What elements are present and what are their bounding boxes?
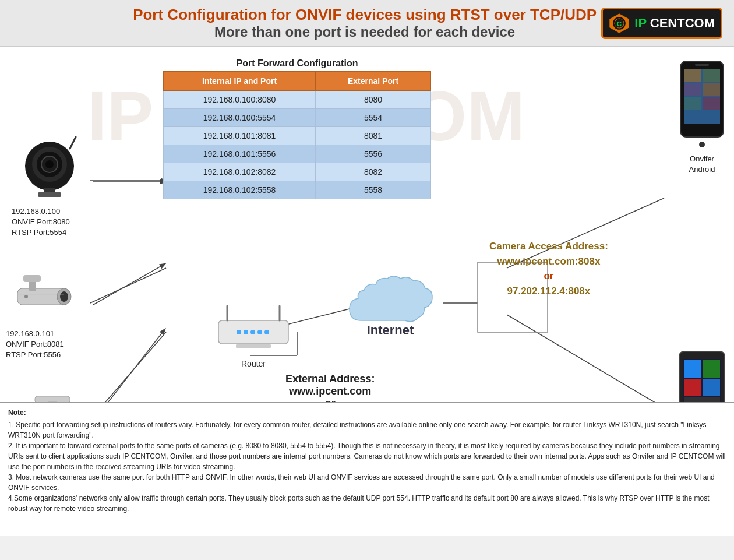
svg-line-22: [70, 137, 76, 149]
cell-external: 8081: [316, 127, 431, 145]
logo-icon: C: [609, 13, 630, 34]
svg-point-46: [264, 330, 269, 334]
cam2-rtsp: RTSP Port:5556: [6, 350, 61, 359]
logo-text: IP CENTCOM: [634, 16, 715, 31]
cam-access-line2: 97.202.112.4:808x: [489, 284, 608, 299]
note-item-2: 2. It is important to forward external p…: [8, 441, 726, 472]
table-body: 192.168.0.100:80808080192.168.0.100:5554…: [164, 91, 431, 199]
svg-text:C: C: [617, 19, 622, 27]
main-content: IP CENTCOM: [0, 47, 734, 536]
android-phone-image: [676, 58, 728, 152]
svg-rect-61: [703, 360, 720, 378]
col-external: External Port: [316, 72, 431, 91]
cam1-rtsp: RTSP Port:5554: [12, 228, 66, 237]
internet-block: Internet: [338, 268, 443, 338]
cell-external: 5554: [316, 109, 431, 127]
cam2-onvif: ONVIF Port:8081: [6, 340, 64, 348]
cam-access-line1: www.ipcent.com:808x: [489, 254, 608, 269]
camera-2-label: 192.168.0.101 ONVIF Port:8081 RTSP Port:…: [6, 329, 93, 361]
svg-point-31: [24, 295, 28, 298]
camera-2-block: 192.168.0.101 ONVIF Port:8081 RTSP Port:…: [6, 262, 93, 361]
cell-external: 5556: [316, 145, 431, 163]
notes-items: 1. Specific port forwarding setup instru…: [8, 420, 726, 514]
svg-point-44: [250, 330, 255, 334]
svg-point-56: [699, 142, 705, 147]
table-row: 192.168.0.100:55545554: [164, 109, 431, 127]
cell-internal: 192.168.0.101:5556: [164, 145, 316, 163]
camera-1-label: 192.168.0.100 ONVIF Port:8080 RTSP Port:…: [12, 206, 87, 238]
cell-external: 8082: [316, 163, 431, 181]
svg-line-15: [93, 264, 165, 305]
table-row: 192.168.0.101:55565556: [164, 145, 431, 163]
router-image: [210, 303, 297, 355]
camera-2-image: [6, 262, 93, 326]
android-label-1: Onvifer: [690, 154, 714, 163]
android-label-2: Android: [689, 165, 715, 174]
camera-1-image: [12, 134, 87, 204]
router-block: Router: [210, 303, 297, 368]
camera-access-block: Camera Access Address: www.ipcent.com:80…: [489, 239, 608, 298]
svg-rect-24: [38, 192, 61, 197]
notes-section: Note: 1. Specific port forwarding setup …: [0, 402, 734, 536]
table-title: Port Forward Configuration: [163, 58, 431, 69]
note-item-4: 4.Some organizations' networks only allo…: [8, 493, 726, 514]
ext-addr-line1: www.ipcent.com: [285, 385, 375, 397]
table-row: 192.168.0.102:55585558: [164, 181, 431, 199]
ext-addr-label: External Address:: [285, 373, 375, 385]
cam2-ip: 192.168.0.101: [6, 329, 54, 338]
header-title: Port Configuration for ONVIF devices usi…: [128, 6, 601, 40]
cell-external: 5558: [316, 181, 431, 199]
svg-rect-47: [236, 344, 271, 348]
cell-internal: 192.168.0.100:8080: [164, 91, 316, 109]
table-row: 192.168.0.101:80818081: [164, 127, 431, 145]
cam1-ip: 192.168.0.100: [12, 207, 60, 216]
cell-internal: 192.168.0.102:5558: [164, 181, 316, 199]
cam-access-label: Camera Access Address:: [489, 239, 608, 254]
svg-rect-55: [703, 97, 720, 110]
port-table-container: Port Forward Configuration Internal IP a…: [163, 58, 431, 199]
logo: C IP CENTCOM: [601, 8, 722, 39]
title-line1: Port Configuration for ONVIF devices usi…: [128, 6, 601, 24]
table-row: 192.168.0.102:80828082: [164, 163, 431, 181]
svg-rect-50: [684, 69, 701, 82]
svg-point-21: [45, 160, 54, 168]
svg-line-12: [507, 315, 664, 408]
svg-point-42: [237, 330, 241, 334]
svg-rect-52: [684, 83, 701, 96]
svg-rect-53: [703, 83, 720, 96]
svg-rect-60: [684, 360, 701, 378]
svg-line-5: [90, 268, 166, 303]
note-item-1: 1. Specific port forwarding setup instru…: [8, 420, 726, 441]
cell-external: 8080: [316, 91, 431, 109]
svg-point-43: [244, 330, 248, 334]
svg-rect-30: [23, 275, 41, 282]
router-label: Router: [210, 359, 297, 368]
cell-internal: 192.168.0.102:8082: [164, 163, 316, 181]
cam-access-or: or: [489, 269, 608, 284]
svg-rect-57: [695, 64, 709, 66]
notes-title: Note:: [8, 407, 726, 418]
svg-point-45: [257, 330, 262, 334]
cell-internal: 192.168.0.100:5554: [164, 109, 316, 127]
svg-rect-54: [684, 97, 701, 110]
android-phone-block: Onvifer Android: [676, 58, 728, 175]
cell-internal: 192.168.0.101:8081: [164, 127, 316, 145]
svg-rect-51: [703, 69, 720, 82]
header: Port Configuration for ONVIF devices usi…: [0, 0, 734, 47]
svg-point-28: [60, 291, 68, 302]
port-forward-table: Internal IP and Port External Port 192.1…: [163, 71, 431, 199]
col-internal: Internal IP and Port: [164, 72, 316, 91]
table-row: 192.168.0.100:80808080: [164, 91, 431, 109]
svg-rect-62: [684, 379, 701, 396]
svg-rect-63: [703, 379, 720, 396]
title-line2: More than one port is needed for each de…: [128, 24, 601, 40]
camera-1-block: 192.168.0.100 ONVIF Port:8080 RTSP Port:…: [12, 134, 87, 238]
note-item-3: 3. Most network cameras use the same por…: [8, 472, 726, 493]
cam1-onvif: ONVIF Port:8080: [12, 217, 70, 226]
android-phone-label: Onvifer Android: [676, 154, 728, 175]
